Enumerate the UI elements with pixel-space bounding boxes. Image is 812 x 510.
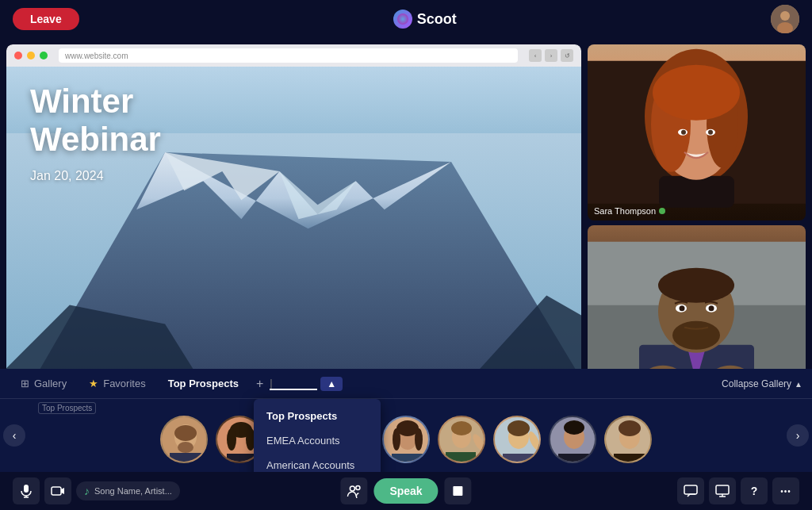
svg-point-89 — [356, 486, 360, 490]
favorites-tab-icon: ★ — [89, 378, 98, 389]
record-button[interactable] — [445, 477, 472, 504]
toolbar-center: Speak — [340, 477, 471, 504]
svg-rect-86 — [52, 487, 61, 495]
url-text: www.website.com — [65, 52, 128, 60]
question-button[interactable]: ? — [741, 477, 768, 504]
tab-dropdown-button[interactable]: ▲ — [320, 377, 343, 391]
tab-top-prospects[interactable]: Top Prospects — [157, 373, 250, 394]
more-icon: ••• — [780, 487, 791, 496]
avatar-7[interactable] — [493, 416, 541, 463]
chat-icon — [684, 484, 698, 498]
browser-url[interactable]: www.website.com — [59, 48, 518, 63]
app-logo: Scoot — [393, 10, 457, 29]
tab-gallery[interactable]: ⊞ Gallery — [10, 373, 78, 394]
video-panel: Sara Thompson — [588, 44, 806, 401]
forward-btn[interactable]: › — [545, 49, 557, 62]
browser-chrome: www.website.com ‹ › ↺ — [6, 44, 581, 67]
svg-rect-82 — [614, 454, 645, 463]
collapse-gallery-label: Collapse Gallery — [722, 378, 791, 389]
tab-favorites[interactable]: ★ Favorites — [78, 373, 156, 394]
leave-button[interactable]: Leave — [13, 8, 79, 30]
svg-point-62 — [393, 428, 400, 451]
svg-point-67 — [451, 421, 472, 435]
svg-point-41 — [178, 442, 193, 453]
svg-point-0 — [397, 13, 408, 25]
svg-rect-90 — [454, 486, 463, 496]
more-button[interactable]: ••• — [772, 477, 799, 504]
speak-button[interactable]: Speak — [373, 478, 438, 504]
favorites-tab-label: Favorites — [103, 378, 145, 389]
presentation-area: www.website.com ‹ › ↺ — [6, 44, 581, 401]
gallery-next-button[interactable]: › — [787, 424, 809, 447]
avatar-8[interactable] — [549, 416, 596, 463]
chat-button[interactable] — [677, 477, 704, 504]
svg-point-31 — [672, 320, 720, 349]
prospects-tab-label: Top Prospects — [168, 378, 239, 389]
svg-rect-73 — [503, 454, 534, 463]
user-avatar[interactable] — [771, 5, 799, 33]
music-text: Song Name, Artist... — [94, 486, 172, 496]
svg-point-81 — [619, 420, 641, 436]
topbar: Leave Scoot — [0, 0, 812, 38]
back-btn[interactable]: ‹ — [529, 49, 542, 62]
svg-rect-92 — [716, 485, 729, 494]
reload-btn[interactable]: ↺ — [561, 49, 573, 62]
gallery-group-label: Top Prospects — [38, 402, 96, 414]
tab-add-button[interactable]: + — [250, 374, 270, 394]
microphone-icon — [19, 484, 33, 498]
microphone-button[interactable] — [13, 477, 40, 504]
dropdown-item-emea[interactable]: EMEA Accounts — [254, 428, 381, 453]
toolbar-left: ♪ Song Name, Artist... — [13, 477, 180, 504]
gallery-prev-button[interactable]: ‹ — [3, 424, 25, 447]
slide-text: Winter Webinar Jan 20, 2024 — [30, 82, 161, 183]
dropdown-item-top-prospects[interactable]: Top Prospects — [254, 404, 381, 428]
logo-icon — [393, 10, 412, 29]
sara-status-dot — [659, 208, 665, 214]
svg-point-19 — [653, 65, 740, 121]
close-dot[interactable] — [14, 52, 22, 59]
svg-point-72 — [508, 420, 530, 436]
browser-actions: ‹ › ↺ — [529, 49, 573, 62]
avatars-row — [25, 416, 787, 463]
people-button[interactable] — [340, 477, 367, 504]
svg-point-2 — [780, 11, 790, 21]
gallery-tab-label: Gallery — [34, 378, 67, 389]
video-label-sara: Sara Thompson — [594, 206, 665, 216]
collapse-gallery-button[interactable]: Collapse Gallery — [722, 378, 802, 389]
avatar-5[interactable] — [382, 416, 430, 463]
svg-rect-83 — [24, 485, 29, 493]
gallery-bar: ⊞ Gallery ★ Favorites Top Prospects + ▲ … — [0, 369, 812, 472]
collapse-chevron-icon — [795, 378, 802, 389]
avatar-1[interactable] — [160, 416, 208, 463]
screen-button[interactable] — [709, 477, 736, 504]
svg-point-33 — [680, 305, 685, 311]
svg-point-63 — [415, 428, 423, 451]
svg-point-23 — [708, 130, 713, 135]
people-icon — [347, 484, 361, 498]
maximize-dot[interactable] — [40, 52, 48, 59]
slide-date: Jan 20, 2024 — [30, 169, 161, 183]
slide-content: Winter Webinar Jan 20, 2024 ⤡ + ⚙ — [6, 67, 581, 401]
minimize-dot[interactable] — [27, 52, 35, 59]
svg-rect-15 — [659, 176, 734, 208]
main-area: www.website.com ‹ › ↺ — [0, 38, 812, 407]
camera-icon — [51, 484, 65, 498]
record-icon — [452, 485, 465, 497]
svg-rect-68 — [446, 452, 476, 463]
camera-button[interactable] — [44, 477, 71, 504]
svg-rect-91 — [684, 485, 697, 494]
avatar-9[interactable] — [604, 416, 652, 463]
svg-point-35 — [709, 305, 714, 311]
avatar-6[interactable] — [438, 416, 485, 463]
svg-point-30 — [658, 267, 734, 302]
svg-point-46 — [227, 428, 236, 451]
toolbar-right: ? ••• — [677, 477, 799, 504]
music-widget[interactable]: ♪ Song Name, Artist... — [76, 481, 180, 500]
svg-rect-78 — [558, 454, 590, 463]
question-icon: ? — [751, 485, 758, 497]
svg-rect-42 — [170, 453, 201, 463]
video-tile-sara: Sara Thompson — [588, 44, 806, 220]
tab-name-input[interactable] — [270, 377, 317, 390]
screen-icon — [715, 484, 730, 498]
music-note-icon: ♪ — [84, 485, 90, 497]
